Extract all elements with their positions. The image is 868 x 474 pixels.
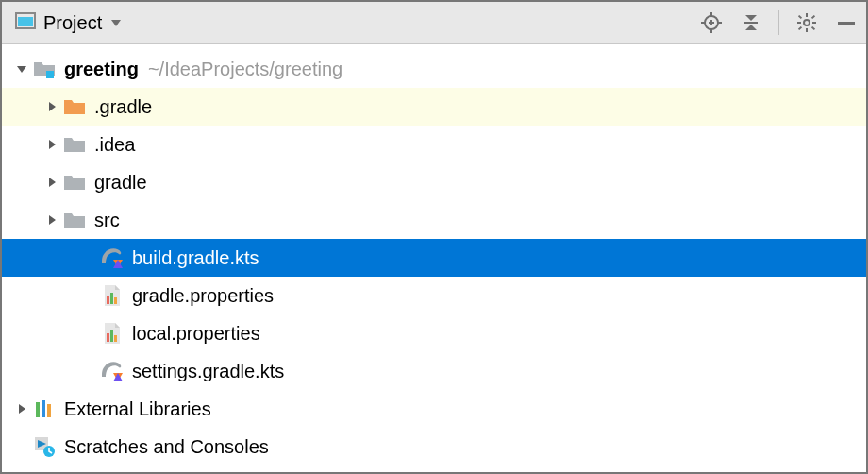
project-header: Project	[2, 2, 866, 44]
dropdown-icon[interactable]	[109, 12, 123, 34]
svg-marker-38	[19, 404, 25, 414]
svg-rect-34	[110, 330, 113, 342]
svg-rect-23	[46, 71, 54, 78]
svg-rect-14	[806, 28, 808, 32]
svg-rect-11	[744, 22, 758, 24]
svg-rect-13	[806, 13, 808, 17]
svg-rect-40	[42, 400, 45, 417]
project-window-icon	[15, 10, 36, 36]
svg-rect-21	[838, 22, 855, 25]
node-label: Scratches and Consoles	[64, 436, 269, 458]
tree-node-scratches[interactable]: Scratches and Consoles	[2, 428, 866, 466]
svg-rect-15	[797, 22, 801, 24]
expander-down-icon[interactable]	[11, 62, 32, 76]
tree-node-settings-gradle-kts[interactable]: settings.gradle.kts	[2, 352, 866, 390]
svg-rect-33	[107, 333, 109, 342]
library-icon	[32, 397, 57, 421]
svg-marker-24	[49, 102, 56, 111]
gear-icon[interactable]	[794, 10, 819, 35]
node-label: External Libraries	[64, 398, 211, 420]
node-label: .gradle	[94, 96, 152, 118]
svg-rect-31	[110, 293, 113, 304]
expander-right-icon[interactable]	[42, 176, 62, 189]
tree-node-greeting[interactable]: greeting ~/IdeaProjects/greeting	[2, 50, 866, 88]
svg-marker-2	[111, 20, 121, 26]
project-tool-window: Project	[0, 0, 868, 474]
svg-marker-10	[745, 15, 757, 21]
tree-node-dot-idea[interactable]: .idea	[2, 126, 866, 163]
gradle-kts-icon	[100, 359, 125, 383]
svg-rect-16	[812, 22, 816, 24]
tree-node-gradle[interactable]: gradle	[2, 163, 866, 201]
svg-marker-25	[49, 140, 56, 149]
node-label: .idea	[94, 134, 135, 156]
properties-file-icon	[100, 283, 125, 308]
svg-rect-30	[107, 296, 109, 304]
svg-rect-39	[36, 402, 40, 417]
expander-right-icon[interactable]	[42, 100, 62, 113]
node-label: src	[94, 210, 120, 231]
hide-icon[interactable]	[834, 10, 859, 35]
expander-right-icon[interactable]	[42, 138, 62, 151]
folder-icon	[62, 132, 87, 157]
svg-rect-1	[18, 17, 33, 26]
folder-icon	[62, 208, 87, 232]
svg-rect-19	[798, 26, 802, 30]
node-label: build.gradle.kts	[132, 247, 259, 269]
svg-rect-32	[114, 297, 117, 304]
locate-icon[interactable]	[699, 10, 724, 35]
node-label: gradle	[94, 172, 147, 194]
project-view-title[interactable]: Project	[43, 12, 102, 34]
svg-rect-20	[811, 15, 815, 19]
folder-icon	[62, 170, 87, 195]
svg-rect-35	[114, 335, 117, 342]
svg-marker-26	[49, 178, 56, 187]
properties-file-icon	[100, 321, 125, 346]
tree-node-dot-gradle[interactable]: .gradle	[2, 88, 866, 126]
svg-marker-27	[49, 215, 56, 225]
svg-marker-12	[745, 25, 757, 30]
expander-right-icon[interactable]	[11, 402, 32, 415]
scratches-icon	[32, 434, 57, 459]
svg-rect-18	[811, 26, 815, 30]
node-label: settings.gradle.kts	[132, 361, 284, 382]
tree-node-local-properties[interactable]: local.properties	[2, 314, 866, 352]
node-label: greeting	[64, 59, 139, 80]
node-label: gradle.properties	[132, 285, 274, 307]
node-label: local.properties	[132, 323, 260, 345]
excluded-folder-icon	[62, 94, 87, 119]
project-header-left: Project	[15, 10, 699, 36]
collapse-all-icon[interactable]	[739, 10, 763, 35]
module-folder-icon	[32, 57, 57, 81]
tree-node-external-libraries[interactable]: External Libraries	[2, 390, 866, 428]
project-header-right	[699, 10, 859, 35]
node-path: ~/IdeaProjects/greeting	[148, 59, 342, 80]
tree-node-build-gradle-kts[interactable]: build.gradle.kts	[2, 239, 866, 277]
svg-rect-41	[47, 404, 51, 417]
svg-rect-17	[798, 15, 802, 19]
tree-node-gradle-properties[interactable]: gradle.properties	[2, 277, 866, 314]
svg-marker-22	[17, 66, 26, 73]
separator	[778, 10, 779, 35]
tree-node-src[interactable]: src	[2, 201, 866, 239]
project-tree[interactable]: greeting ~/IdeaProjects/greeting .gradle…	[2, 44, 866, 472]
gradle-kts-icon	[100, 245, 125, 270]
expander-right-icon[interactable]	[42, 213, 62, 227]
